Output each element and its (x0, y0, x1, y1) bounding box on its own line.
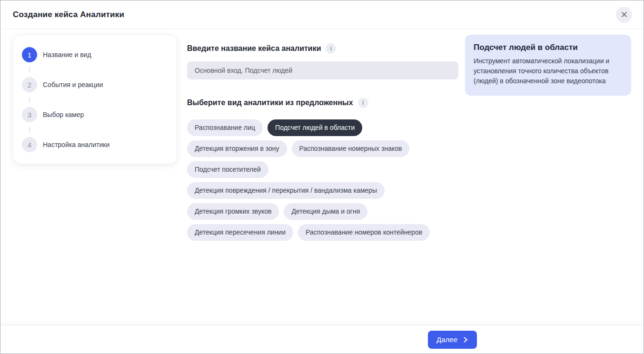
analytics-type-chip[interactable]: Детекция дыма и огня (284, 203, 367, 220)
create-analytics-case-dialog: Создание кейса Аналитики 1 Название и ви… (0, 0, 644, 354)
analytics-type-chip[interactable]: Распознавание номеров контейнеров (298, 224, 430, 241)
info-panel: Подсчет людей в области Инструмент автом… (465, 35, 631, 96)
step-label: Название и вид (43, 51, 91, 59)
name-section-heading: Введите название кейса аналитики (187, 44, 321, 53)
step-connector (29, 67, 30, 73)
analytics-type-chip[interactable]: Детекция повреждения / перекрытия / ванд… (187, 182, 385, 199)
analytics-type-chip[interactable]: Подсчет людей в области (268, 119, 362, 136)
analytics-type-chip[interactable]: Детекция вторжения в зону (187, 140, 287, 157)
dialog-footer: Далее (0, 325, 644, 354)
info-icon[interactable]: i (358, 98, 368, 108)
form-column: Введите название кейса аналитики i Выбер… (187, 35, 458, 241)
chevron-right-icon (463, 337, 468, 343)
step-connector (29, 127, 30, 133)
step-number-badge: 1 (22, 47, 37, 62)
analytics-type-chip[interactable]: Детекция пересечения линии (187, 224, 293, 241)
analytics-type-chip[interactable]: Подсчет посетителей (187, 161, 268, 178)
analytics-type-chips: Распознавание лицПодсчет людей в области… (187, 119, 458, 241)
step-connector (29, 97, 30, 103)
next-button[interactable]: Далее (428, 331, 477, 349)
next-button-label: Далее (436, 335, 457, 344)
type-section-heading: Выберите вид аналитики из предложенных (187, 98, 353, 107)
stepper-step[interactable]: 2 События и реакции (22, 77, 167, 103)
analytics-type-chip[interactable]: Детекция громких звуков (187, 203, 279, 220)
analytics-type-chip[interactable]: Распознавание лиц (187, 119, 263, 136)
name-section-heading-row: Введите название кейса аналитики i (187, 43, 458, 54)
case-name-input[interactable] (187, 61, 458, 79)
step-label: Настройка аналитики (43, 141, 109, 148)
step-number-badge: 2 (22, 77, 37, 92)
close-icon (621, 11, 627, 18)
close-button[interactable] (616, 7, 632, 23)
type-section-heading-row: Выберите вид аналитики из предложенных i (187, 98, 458, 108)
step-number-badge: 3 (22, 107, 37, 122)
dialog-header: Создание кейса Аналитики (0, 0, 644, 29)
info-panel-title: Подсчет людей в области (474, 43, 622, 52)
analytics-type-chip[interactable]: Распознавание номерных знаков (292, 140, 410, 157)
info-panel-description: Инструмент автоматической локализации и … (474, 56, 622, 86)
step-label: События и реакции (43, 81, 103, 88)
step-number-badge: 4 (22, 137, 37, 152)
stepper: 1 Название и вид 2 События и реакции 3 В… (13, 35, 177, 164)
info-icon[interactable]: i (326, 43, 336, 54)
dialog-content: 1 Название и вид 2 События и реакции 3 В… (0, 29, 644, 325)
stepper-step[interactable]: 4 Настройка аналитики (22, 137, 167, 152)
dialog-title: Создание кейса Аналитики (13, 10, 124, 20)
stepper-step[interactable]: 3 Выбор камер (22, 107, 167, 133)
step-label: Выбор камер (43, 111, 84, 118)
type-section: Выберите вид аналитики из предложенных i… (187, 98, 458, 241)
stepper-step[interactable]: 1 Название и вид (22, 47, 167, 73)
